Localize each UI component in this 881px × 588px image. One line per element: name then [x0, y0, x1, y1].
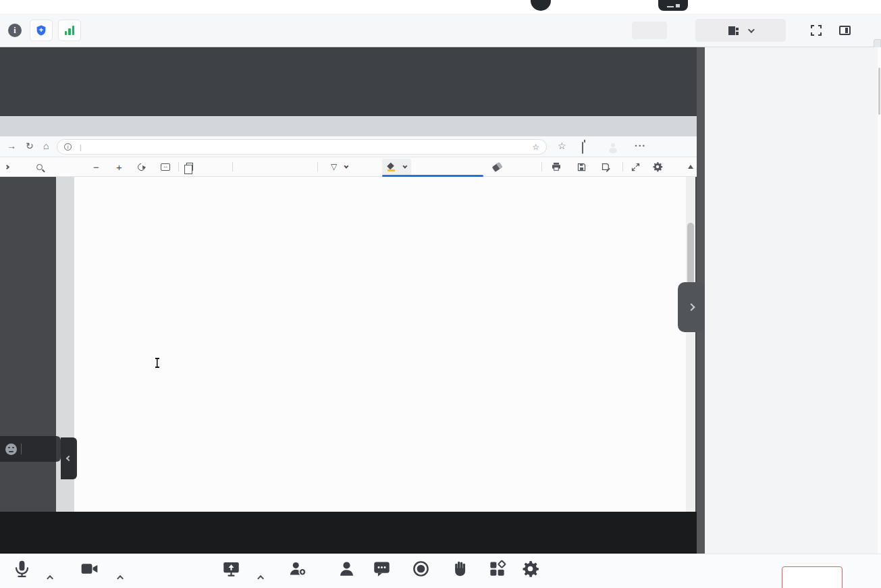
collections-icon[interactable] — [582, 142, 583, 153]
side-panel-toggle-button[interactable] — [836, 22, 853, 39]
chevron-down-icon — [748, 26, 755, 33]
chat-collapse-button[interactable] — [61, 437, 77, 479]
zoom-in-button[interactable]: + — [116, 157, 122, 176]
window-top-strip — [0, 0, 881, 14]
pdf-scrollbar-thumb[interactable] — [687, 223, 694, 289]
meeting-timer — [632, 22, 667, 39]
participants-icon — [338, 560, 356, 578]
page-view-button[interactable] — [186, 157, 196, 176]
shared-screen-bottom-strip — [0, 512, 705, 554]
record-icon — [412, 560, 430, 578]
read-aloud-button[interactable] — [240, 157, 244, 176]
save-button[interactable] — [577, 157, 587, 176]
chat-input[interactable] — [0, 436, 61, 462]
participant-sidebar — [705, 47, 881, 554]
meeting-window: i × — [0, 0, 881, 588]
meeting-top-toolbar: i — [0, 14, 881, 47]
mic-icon — [13, 560, 31, 578]
record-button[interactable] — [407, 560, 434, 587]
document-text — [84, 177, 678, 512]
draw-button[interactable]: ▽ — [331, 157, 347, 176]
camera-options-chevron[interactable] — [119, 570, 130, 581]
invite-icon — [288, 560, 306, 578]
print-icon — [551, 161, 562, 172]
shield-icon — [35, 24, 47, 36]
raise-hand-button[interactable] — [447, 560, 474, 587]
refresh-icon[interactable]: ↻ — [26, 140, 34, 151]
banner-collapse-button[interactable] — [658, 0, 688, 11]
browser-navbar: → ↻ ⌂ i | ☆ ☆ ··· — [0, 136, 697, 157]
highlight-pen-icon — [388, 163, 396, 171]
share-screen-icon — [222, 560, 240, 578]
fullscreen-button[interactable] — [807, 22, 825, 39]
text-cursor — [154, 358, 161, 368]
file-info-icon: i — [64, 143, 72, 151]
divider — [21, 444, 22, 454]
search-icon[interactable] — [36, 157, 43, 176]
gear-icon — [652, 161, 663, 172]
emoji-icon[interactable] — [5, 444, 17, 455]
save-as-button[interactable] — [601, 157, 611, 176]
address-bar[interactable]: i | ☆ — [57, 139, 547, 155]
save-as-icon — [601, 162, 611, 172]
speaker-view-icon — [728, 26, 739, 35]
chat-button[interactable] — [368, 560, 395, 587]
sidebar-expand-handle[interactable] — [678, 282, 705, 332]
fullscreen-icon — [811, 25, 822, 36]
meeting-bottom-toolbar — [0, 554, 881, 588]
participants-button[interactable] — [333, 560, 360, 587]
zoom-out-button[interactable]: − — [93, 157, 99, 176]
share-screen-button[interactable] — [217, 560, 244, 587]
eraser-icon — [492, 162, 503, 172]
favorites-bar-icon[interactable]: ☆ — [558, 140, 566, 151]
expand-icon — [631, 162, 641, 172]
forward-icon[interactable]: → — [7, 140, 16, 151]
pdf-sidebar-toggle[interactable] — [5, 157, 9, 176]
settings-gear-icon — [521, 560, 539, 578]
apps-icon — [488, 560, 506, 578]
camera-icon — [80, 560, 99, 578]
fit-width-icon[interactable]: ↔ — [161, 157, 170, 176]
erase-button[interactable] — [493, 157, 505, 176]
network-status-button[interactable] — [58, 20, 81, 41]
raise-hand-icon — [452, 560, 470, 578]
view-mode-button[interactable] — [695, 19, 786, 42]
security-button[interactable] — [30, 20, 53, 41]
highlight-button[interactable] — [382, 159, 411, 176]
pdf-page — [74, 177, 686, 512]
expand-button[interactable] — [631, 157, 641, 176]
pdf-toolbar: − + ↔ ▽ — [0, 157, 697, 177]
favorite-star-icon[interactable]: ☆ — [532, 142, 539, 152]
scroll-up-arrow[interactable] — [688, 162, 693, 169]
browser-menu-icon[interactable]: ··· — [635, 140, 646, 151]
pdf-settings-button[interactable] — [652, 157, 663, 176]
page-view-icon — [186, 163, 193, 171]
draw-icon: ▽ — [331, 162, 337, 171]
camera-button[interactable] — [76, 560, 103, 587]
settings-button[interactable] — [516, 560, 543, 587]
meeting-info-button[interactable]: i — [4, 20, 26, 41]
apps-button[interactable] — [483, 560, 510, 587]
side-panel-icon — [839, 26, 851, 35]
home-icon[interactable]: ⌂ — [43, 140, 49, 151]
save-icon — [577, 162, 587, 172]
leave-meeting-button[interactable] — [782, 566, 843, 588]
chat-icon — [373, 560, 391, 578]
sidebar-scrollbar-thumb[interactable] — [878, 68, 880, 115]
invite-button[interactable] — [284, 560, 311, 587]
browser-tabstrip: × — × — [0, 116, 697, 136]
share-options-chevron[interactable] — [259, 570, 270, 581]
rotate-icon[interactable] — [138, 157, 145, 176]
mic-options-chevron[interactable] — [49, 570, 59, 581]
sidebar-edge — [878, 47, 881, 554]
mic-button[interactable] — [8, 560, 35, 587]
network-signal-icon — [65, 26, 75, 35]
print-button[interactable] — [551, 157, 562, 176]
info-icon: i — [8, 24, 22, 37]
